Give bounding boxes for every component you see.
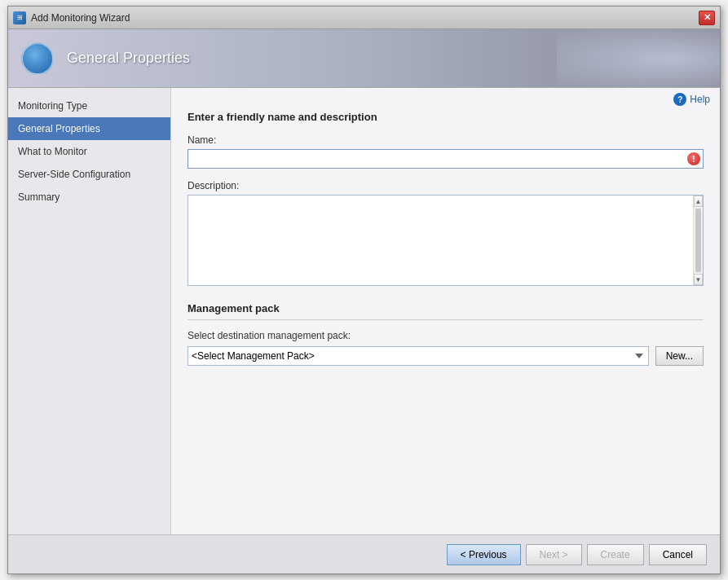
name-error-icon: ! bbox=[687, 152, 700, 165]
title-bar: ⊞ Add Monitoring Wizard ✕ bbox=[8, 7, 720, 29]
sidebar: Monitoring Type General Properties What … bbox=[8, 88, 171, 534]
description-input[interactable] bbox=[188, 196, 693, 285]
management-pack-select[interactable]: <Select Management Pack> bbox=[188, 346, 649, 366]
bottom-bar: < Previous Next > Create Cancel bbox=[8, 534, 720, 573]
description-textarea-wrapper: ▲ ▼ bbox=[188, 195, 704, 286]
description-scrollbar: ▲ ▼ bbox=[693, 196, 703, 285]
help-link[interactable]: ? Help bbox=[673, 93, 710, 106]
scroll-up-arrow[interactable]: ▲ bbox=[694, 196, 703, 207]
management-pack-section: Management pack Select destination manag… bbox=[188, 302, 704, 366]
title-bar-left: ⊞ Add Monitoring Wizard bbox=[13, 11, 130, 24]
new-management-pack-button[interactable]: New... bbox=[655, 346, 704, 366]
window-icon: ⊞ bbox=[13, 11, 26, 24]
sidebar-item-server-side-config[interactable]: Server-Side Configuration bbox=[8, 163, 170, 186]
scroll-down-arrow[interactable]: ▼ bbox=[694, 274, 703, 285]
header-bar: General Properties bbox=[8, 29, 720, 88]
header-title: General Properties bbox=[67, 50, 190, 67]
header-decoration bbox=[557, 29, 720, 88]
form-area: Enter a friendly name and description Na… bbox=[171, 111, 720, 534]
management-pack-label: Select destination management pack: bbox=[188, 330, 704, 341]
management-pack-title: Management pack bbox=[188, 302, 704, 320]
cancel-button[interactable]: Cancel bbox=[649, 544, 707, 565]
description-field-group: Description: ▲ ▼ bbox=[188, 180, 704, 286]
previous-button[interactable]: < Previous bbox=[447, 544, 521, 565]
name-input-wrapper: ! bbox=[188, 149, 704, 169]
name-input[interactable] bbox=[188, 149, 704, 169]
sidebar-item-general-properties[interactable]: General Properties bbox=[8, 117, 170, 140]
content-area: Monitoring Type General Properties What … bbox=[8, 88, 720, 534]
header-icon bbox=[21, 42, 54, 75]
section-title: Enter a friendly name and description bbox=[188, 111, 704, 123]
name-field-group: Name: ! bbox=[188, 134, 704, 169]
name-label: Name: bbox=[188, 134, 704, 146]
next-button[interactable]: Next > bbox=[526, 544, 582, 565]
sidebar-item-monitoring-type[interactable]: Monitoring Type bbox=[8, 94, 170, 117]
window-title: Add Monitoring Wizard bbox=[31, 12, 130, 24]
help-bar: ? Help bbox=[171, 88, 720, 111]
sidebar-item-what-to-monitor[interactable]: What to Monitor bbox=[8, 140, 170, 163]
sidebar-item-summary[interactable]: Summary bbox=[8, 186, 170, 209]
help-icon: ? bbox=[673, 93, 686, 106]
description-label: Description: bbox=[188, 180, 704, 191]
wizard-window: ⊞ Add Monitoring Wizard ✕ General Proper… bbox=[7, 6, 721, 574]
create-button[interactable]: Create bbox=[587, 544, 644, 565]
main-content: ? Help Enter a friendly name and descrip… bbox=[171, 88, 720, 534]
close-button[interactable]: ✕ bbox=[699, 11, 715, 25]
scroll-thumb bbox=[695, 209, 701, 272]
management-pack-row: <Select Management Pack> New... bbox=[188, 346, 704, 366]
